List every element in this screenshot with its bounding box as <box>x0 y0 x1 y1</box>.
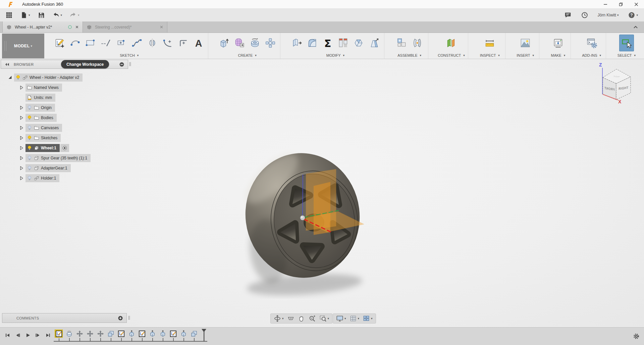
notifications-button[interactable] <box>563 10 573 20</box>
comments-resize-grip[interactable] <box>128 315 130 321</box>
visibility-bulb-on-icon[interactable] <box>27 115 32 120</box>
close-button[interactable] <box>629 0 644 8</box>
sketch-text-button[interactable]: A <box>191 35 206 51</box>
timeline-ruler[interactable] <box>54 341 207 342</box>
timeline-playhead[interactable] <box>201 329 207 342</box>
visibility-bulb-on-icon[interactable] <box>27 135 32 141</box>
browser-minimize-icon[interactable] <box>119 62 124 67</box>
inspect-measure-button[interactable] <box>482 35 497 51</box>
display-button[interactable]: ▾ <box>335 315 347 322</box>
visibility-bulb-off-icon[interactable] <box>27 125 32 131</box>
job-status-button[interactable] <box>580 10 590 20</box>
origin-point[interactable] <box>300 215 305 220</box>
undo-button[interactable]: ▾ <box>51 10 64 20</box>
mo-fillet-button[interactable] <box>305 35 320 51</box>
ribbon-group-label[interactable]: ASSEMBLE▾ <box>397 52 421 59</box>
ribbon-group-label[interactable]: INSPECT▾ <box>480 52 500 59</box>
make-print-button[interactable] <box>551 35 566 51</box>
minimize-button[interactable] <box>598 0 613 8</box>
timeline-item-extrude[interactable] <box>148 330 156 338</box>
browser-resize-grip[interactable] <box>129 61 131 67</box>
viewports-button[interactable]: ▾ <box>362 315 374 322</box>
timeline-item-sketch[interactable] <box>117 330 125 338</box>
browser-item-adaptergear-1[interactable]: AdapterGear:1 <box>0 163 91 173</box>
pb-fwd-button[interactable] <box>34 332 42 339</box>
browser-item-wheel-holder-adapter-v2[interactable]: Wheel - Holder - Adapter v2 <box>0 72 91 83</box>
document-tab-1[interactable]: Steering ...covered)* <box>83 21 167 33</box>
insert-image-button[interactable] <box>518 35 533 51</box>
sketch-create-button[interactable] <box>52 35 67 51</box>
ribbon-group-label[interactable]: SKETCH▾ <box>120 52 139 59</box>
app-grid-button[interactable] <box>4 10 14 20</box>
disclosure-collapsed-icon[interactable] <box>19 165 24 171</box>
comments-panel[interactable]: COMMENTS <box>2 313 127 323</box>
user-account-button[interactable]: Jörn Kiwitt▾ <box>596 10 620 20</box>
help-button[interactable]: ?▾ <box>627 10 639 20</box>
browser-item-holder-1[interactable]: Holder:1 <box>0 173 91 183</box>
addins-script-button[interactable] <box>584 35 599 51</box>
browser-item-sketches[interactable]: Sketches <box>0 133 91 143</box>
sketch-line-button[interactable] <box>99 35 113 51</box>
ribbon-group-label[interactable]: SELECT▾ <box>618 52 636 59</box>
construct-plane-button[interactable] <box>444 35 459 51</box>
browser-item-named-views[interactable]: Named Views <box>0 83 91 93</box>
ribbon-group-label[interactable]: CONSTRUCT▾ <box>438 52 465 59</box>
visibility-bulb-on-icon[interactable] <box>27 145 32 151</box>
mo-presspull-button[interactable] <box>289 35 304 51</box>
browser-item-wheel-1[interactable]: Wheel:1 <box>0 143 91 153</box>
browser-item-spur-gear-35-teeth-1-1[interactable]: Spur Gear (35 teeth) (1):1 <box>0 153 91 163</box>
sketch-rect-button[interactable] <box>83 35 98 51</box>
gridnav-button[interactable]: ▾ <box>348 315 361 322</box>
tab-close-icon[interactable] <box>159 25 164 29</box>
pb-start-button[interactable] <box>4 332 11 339</box>
lookat-button[interactable] <box>286 315 296 322</box>
cr-revolve-button[interactable] <box>248 35 262 51</box>
disclosure-collapsed-icon[interactable] <box>19 145 24 151</box>
activate-component-radio[interactable] <box>60 144 69 152</box>
pan-button[interactable] <box>297 315 306 322</box>
save-button[interactable] <box>36 10 46 20</box>
cr-pattern-button[interactable] <box>263 35 278 51</box>
sketch-arc-button[interactable] <box>68 35 83 51</box>
pb-play-button[interactable] <box>24 332 32 339</box>
sketch-corner-button[interactable] <box>176 35 191 51</box>
disclosure-expanded-icon[interactable] <box>7 75 13 80</box>
ribbon-group-label[interactable]: INSERT▾ <box>517 52 534 59</box>
sketch-rect2-button[interactable] <box>114 35 129 51</box>
wheel-model[interactable] <box>215 144 402 299</box>
timeline-item-extrude[interactable] <box>179 330 187 338</box>
browser-item-units-mm[interactable]: Units: mm <box>0 93 91 103</box>
as-newcomp-button[interactable] <box>394 35 409 51</box>
restore-button[interactable] <box>613 0 629 8</box>
ribbon-group-label[interactable]: MODIFY▾ <box>326 52 344 59</box>
zoompm-button[interactable] <box>308 315 317 322</box>
disclosure-collapsed-icon[interactable] <box>19 85 24 90</box>
mo-draft-button[interactable] <box>367 35 381 51</box>
timeline-settings-gear-icon[interactable] <box>633 333 640 340</box>
disclosure-collapsed-icon[interactable] <box>19 135 24 141</box>
ribbon-group-label[interactable]: ADD-INS▾ <box>582 52 601 59</box>
disclosure-collapsed-icon[interactable] <box>19 125 24 131</box>
disclosure-collapsed-icon[interactable] <box>19 155 24 161</box>
disclosure-collapsed-icon[interactable] <box>19 105 24 110</box>
axis-z[interactable] <box>303 175 303 217</box>
disclosure-collapsed-icon[interactable] <box>19 115 24 120</box>
visibility-bulb-off-icon[interactable] <box>27 176 32 181</box>
visibility-bulb-on-icon[interactable] <box>15 75 21 80</box>
disclosure-collapsed-icon[interactable] <box>19 176 24 181</box>
mo-sigma-button[interactable]: Σ <box>320 35 335 51</box>
sketch-mirror-button[interactable] <box>145 35 160 51</box>
visibility-bulb-off-icon[interactable] <box>27 165 32 171</box>
file-new-button[interactable]: ▾ <box>19 10 32 20</box>
timeline-item-extrude[interactable] <box>127 330 136 338</box>
document-tab-0[interactable]: Wheel - H...apter v2* <box>2 21 83 33</box>
workspace-selector-button[interactable]: MODEL ▾ <box>2 34 44 58</box>
pb-back-button[interactable] <box>14 332 21 339</box>
timeline-item-move[interactable] <box>75 330 84 338</box>
timeline-item-move[interactable] <box>96 330 104 338</box>
view-cube[interactable]: Z FRONT RIGHT TOP X <box>587 60 641 109</box>
sketch-arc2-button[interactable] <box>160 35 175 51</box>
timeline-item-combine[interactable] <box>190 330 198 338</box>
sketch-spline-button[interactable] <box>129 35 144 51</box>
timeline-item-extrude[interactable] <box>159 330 167 338</box>
